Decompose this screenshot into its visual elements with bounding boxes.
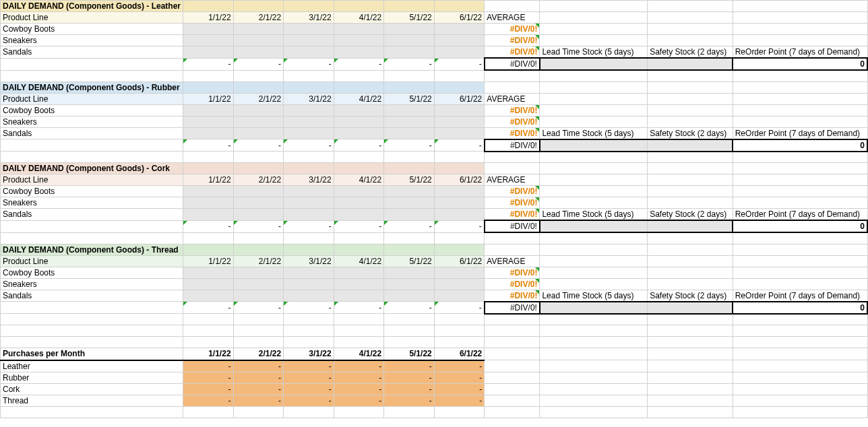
data-cell[interactable] <box>434 209 485 221</box>
cell[interactable] <box>183 244 234 255</box>
cell[interactable] <box>648 163 733 174</box>
dash-cell[interactable]: - <box>284 395 334 406</box>
cell[interactable] <box>540 139 648 152</box>
dash-cell[interactable]: - <box>183 220 234 232</box>
dash-cell[interactable]: - <box>384 372 435 383</box>
date-header[interactable]: 5/1/22 <box>384 174 435 186</box>
data-cell[interactable] <box>284 267 334 278</box>
cell[interactable] <box>540 325 648 337</box>
cell[interactable] <box>485 337 540 348</box>
cell[interactable] <box>540 186 648 197</box>
cell[interactable] <box>540 244 648 255</box>
date-header[interactable]: 3/1/22 <box>284 255 334 267</box>
dash-cell[interactable]: - <box>434 139 485 152</box>
dash-cell[interactable]: - <box>183 302 234 314</box>
data-cell[interactable] <box>384 278 435 290</box>
cell[interactable] <box>1 220 183 232</box>
data-cell[interactable] <box>434 104 485 116</box>
data-cell[interactable] <box>334 267 384 278</box>
product-name[interactable]: Cowboy Boots <box>1 267 183 278</box>
average-label[interactable]: AVERAGE <box>485 174 540 186</box>
cell[interactable] <box>733 395 867 406</box>
cell[interactable] <box>183 406 234 418</box>
product-line-label[interactable]: Product Line <box>1 93 183 104</box>
data-cell[interactable] <box>233 197 284 209</box>
dash-cell[interactable]: - <box>183 139 234 152</box>
date-header[interactable]: 4/1/22 <box>334 174 384 186</box>
cell[interactable] <box>485 314 540 325</box>
cell[interactable] <box>733 1 867 12</box>
cell[interactable] <box>540 255 648 267</box>
cell[interactable] <box>540 348 648 360</box>
cell[interactable] <box>334 244 384 255</box>
cell[interactable] <box>384 314 435 325</box>
cell[interactable] <box>540 395 648 406</box>
data-cell[interactable] <box>334 197 384 209</box>
cell[interactable] <box>485 348 540 360</box>
cell[interactable] <box>648 267 733 278</box>
dash-cell[interactable]: - <box>434 360 485 372</box>
product-name[interactable]: Sneakers <box>1 116 183 127</box>
cell[interactable] <box>1 139 183 152</box>
cell[interactable] <box>648 325 733 337</box>
date-header[interactable]: 1/1/22 <box>183 174 234 186</box>
zero-cell[interactable]: 0 <box>733 302 867 314</box>
date-header[interactable]: 1/1/22 <box>183 255 234 267</box>
cell[interactable] <box>233 70 284 81</box>
purchase-row-label[interactable]: Rubber <box>1 372 183 383</box>
data-cell[interactable] <box>183 209 234 221</box>
cell[interactable] <box>384 232 435 244</box>
data-cell[interactable] <box>233 46 284 59</box>
date-header[interactable]: 4/1/22 <box>334 348 384 360</box>
cell[interactable] <box>540 220 648 232</box>
data-cell[interactable] <box>183 46 234 59</box>
cell[interactable] <box>233 1 284 12</box>
section-title-cork[interactable]: DAILY DEMAND (Component Goods) - Cork <box>1 163 183 174</box>
cell[interactable] <box>648 139 733 152</box>
cell[interactable] <box>733 244 867 255</box>
cell[interactable] <box>540 1 648 12</box>
cell[interactable] <box>1 302 183 314</box>
data-cell[interactable] <box>384 104 435 116</box>
data-cell[interactable] <box>183 116 234 127</box>
date-header[interactable]: 1/1/22 <box>183 93 234 104</box>
cell[interactable] <box>384 1 435 12</box>
product-name[interactable]: Sneakers <box>1 35 183 46</box>
cell[interactable] <box>485 152 540 163</box>
data-cell[interactable] <box>334 24 384 35</box>
dash-cell[interactable]: - <box>434 372 485 383</box>
date-header[interactable]: 2/1/22 <box>233 93 284 104</box>
date-header[interactable]: 5/1/22 <box>384 348 435 360</box>
cell[interactable] <box>648 24 733 35</box>
div-error[interactable]: #DIV/0! <box>485 209 540 221</box>
data-cell[interactable] <box>183 267 234 278</box>
product-line-label[interactable]: Product Line <box>1 12 183 24</box>
div-error-total[interactable]: #DIV/0! <box>485 58 540 70</box>
date-header[interactable]: 6/1/22 <box>434 93 485 104</box>
cell[interactable] <box>540 24 648 35</box>
cell[interactable] <box>384 163 435 174</box>
data-cell[interactable] <box>183 24 234 35</box>
zero-cell[interactable]: 0 <box>733 220 867 232</box>
cell[interactable] <box>284 70 334 81</box>
product-name[interactable]: Sandals <box>1 46 183 59</box>
cell[interactable] <box>540 35 648 46</box>
dash-cell[interactable]: - <box>384 220 435 232</box>
cell[interactable] <box>485 325 540 337</box>
div-error[interactable]: #DIV/0! <box>485 35 540 46</box>
cell[interactable] <box>733 116 867 127</box>
data-cell[interactable] <box>183 186 234 197</box>
cell[interactable] <box>733 383 867 395</box>
cell[interactable] <box>233 81 284 93</box>
data-cell[interactable] <box>233 24 284 35</box>
cell[interactable] <box>648 12 733 24</box>
data-cell[interactable] <box>384 290 435 302</box>
data-cell[interactable] <box>434 46 485 59</box>
product-name[interactable]: Cowboy Boots <box>1 186 183 197</box>
dash-cell[interactable]: - <box>233 395 284 406</box>
div-error[interactable]: #DIV/0! <box>485 46 540 59</box>
cell[interactable] <box>284 152 334 163</box>
data-cell[interactable] <box>284 278 334 290</box>
cell[interactable] <box>733 278 867 290</box>
cell[interactable] <box>284 81 334 93</box>
